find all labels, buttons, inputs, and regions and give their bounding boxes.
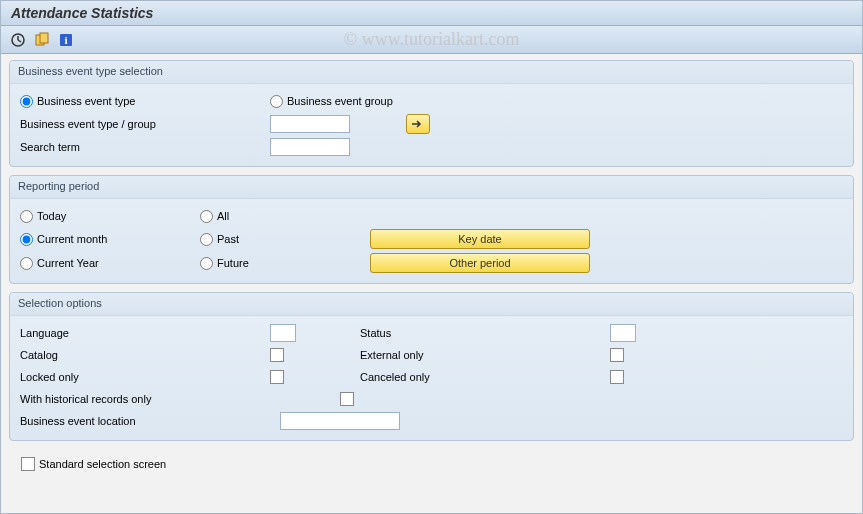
radio-label: Past: [217, 233, 239, 245]
type-group-label: Business event type / group: [20, 118, 270, 130]
group-title-event-type: Business event type selection: [10, 61, 853, 84]
page-title: Attendance Statistics: [11, 5, 852, 21]
radio-current-year[interactable]: Current Year: [20, 257, 180, 270]
standard-selection-label: Standard selection screen: [39, 458, 166, 470]
button-label: Other period: [449, 257, 510, 269]
location-input[interactable]: [280, 412, 400, 430]
search-term-input[interactable]: [270, 138, 350, 156]
canceled-only-checkbox[interactable]: [610, 370, 624, 384]
svg-text:i: i: [64, 34, 67, 46]
radio-past[interactable]: Past: [200, 233, 360, 246]
group-event-type-selection: Business event type selection Business e…: [9, 60, 854, 167]
radio-business-event-group[interactable]: Business event group: [270, 95, 430, 108]
group-title-selection-options: Selection options: [10, 293, 853, 316]
radio-all[interactable]: All: [200, 210, 360, 223]
status-input[interactable]: [610, 324, 636, 342]
locked-only-checkbox[interactable]: [270, 370, 284, 384]
radio-business-event-type[interactable]: Business event type: [20, 95, 180, 108]
content-area: Business event type selection Business e…: [1, 54, 862, 485]
toolbar: i © www.tutorialkart.com: [1, 26, 862, 54]
catalog-label: Catalog: [20, 349, 270, 361]
group-title-reporting-period: Reporting period: [10, 176, 853, 199]
other-period-button[interactable]: Other period: [370, 253, 590, 273]
locked-only-label: Locked only: [20, 371, 270, 383]
radio-label: Business event group: [287, 95, 393, 107]
catalog-checkbox[interactable]: [270, 348, 284, 362]
language-input[interactable]: [270, 324, 296, 342]
multiple-selection-button[interactable]: [406, 114, 430, 134]
radio-label: Business event type: [37, 95, 135, 107]
title-bar: Attendance Statistics: [1, 1, 862, 26]
radio-label: Current Year: [37, 257, 99, 269]
search-term-label: Search term: [20, 141, 270, 153]
watermark-text: © www.tutorialkart.com: [344, 29, 520, 50]
location-label: Business event location: [20, 415, 280, 427]
group-selection-options: Selection options Language Status Catalo…: [9, 292, 854, 441]
radio-current-month[interactable]: Current month: [20, 233, 180, 246]
canceled-only-label: Canceled only: [360, 371, 610, 383]
type-group-input[interactable]: [270, 115, 350, 133]
language-label: Language: [20, 327, 270, 339]
radio-label: Current month: [37, 233, 107, 245]
radio-future[interactable]: Future: [200, 257, 360, 270]
button-label: Key date: [458, 233, 501, 245]
radio-label: Future: [217, 257, 249, 269]
external-only-checkbox[interactable]: [610, 348, 624, 362]
footer-row: Standard selection screen: [9, 449, 854, 479]
radio-label: All: [217, 210, 229, 222]
standard-selection-checkbox[interactable]: [21, 457, 35, 471]
radio-today[interactable]: Today: [20, 210, 180, 223]
key-date-button[interactable]: Key date: [370, 229, 590, 249]
svg-rect-4: [40, 33, 48, 43]
execute-icon[interactable]: [9, 31, 27, 49]
info-icon[interactable]: i: [57, 31, 75, 49]
external-only-label: External only: [360, 349, 610, 361]
radio-label: Today: [37, 210, 66, 222]
historical-checkbox[interactable]: [340, 392, 354, 406]
group-reporting-period: Reporting period Today All Current month…: [9, 175, 854, 284]
status-label: Status: [360, 327, 610, 339]
svg-line-2: [18, 40, 21, 42]
historical-label: With historical records only: [20, 393, 340, 405]
variant-icon[interactable]: [33, 31, 51, 49]
